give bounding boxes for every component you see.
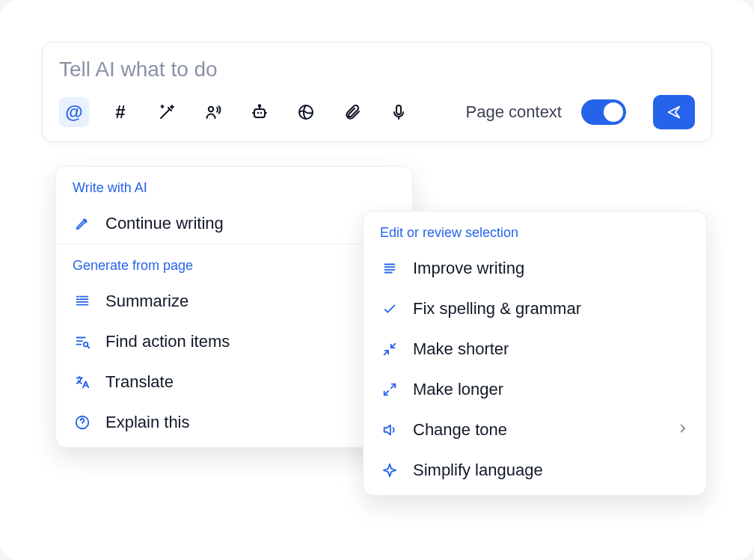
svg-rect-1 [254, 109, 265, 117]
menu-item-continue-writing[interactable]: Continue writing [56, 203, 412, 244]
menu-item-improve-writing[interactable]: Improve writing [364, 248, 706, 289]
mention-icon[interactable]: @ [59, 97, 89, 127]
hash-icon[interactable]: # [105, 97, 135, 127]
pencil-icon [73, 214, 92, 233]
panel-heading-edit: Edit or review selection [364, 212, 706, 248]
svg-point-3 [260, 112, 262, 114]
microphone-icon[interactable] [384, 97, 414, 127]
speaker-icon [380, 420, 399, 440]
menu-item-simplify-language[interactable]: Simplify language [364, 450, 706, 495]
page-context-label: Page context [466, 102, 562, 122]
menu-label: Explain this [105, 413, 396, 432]
summarize-icon [73, 292, 92, 311]
arrows-in-icon [380, 339, 399, 359]
menu-label: Continue writing [105, 214, 396, 233]
menu-label: Change tone [413, 420, 663, 440]
menu-item-find-action-items[interactable]: Find action items [56, 321, 412, 362]
menu-item-make-longer[interactable]: Make longer [364, 369, 706, 410]
edit-selection-panel: Edit or review selection Improve writing… [363, 211, 707, 496]
prompt-toolbar: @ # Page context [59, 95, 695, 129]
magic-wand-icon[interactable] [152, 97, 182, 127]
menu-label: Make longer [413, 380, 690, 399]
menu-item-translate[interactable]: Translate [56, 362, 412, 402]
globe-icon[interactable] [291, 97, 321, 127]
write-actions-panel: Write with AI Continue writing Generate … [55, 166, 413, 448]
sparkle-icon [380, 461, 399, 480]
menu-label: Fix spelling & grammar [413, 299, 690, 319]
svg-point-0 [209, 107, 213, 111]
menu-label: Translate [105, 372, 396, 392]
app-canvas: @ # Page context [0, 0, 754, 560]
translate-icon [73, 372, 92, 392]
send-button[interactable] [653, 95, 695, 129]
menu-label: Summarize [105, 292, 396, 311]
list-search-icon [73, 332, 92, 351]
menu-item-make-shorter[interactable]: Make shorter [364, 329, 706, 369]
svg-point-9 [82, 425, 82, 426]
page-context-toggle[interactable] [581, 99, 626, 125]
menu-item-fix-spelling[interactable]: Fix spelling & grammar [364, 289, 706, 329]
robot-icon[interactable] [245, 97, 275, 127]
menu-item-summarize[interactable]: Summarize [56, 281, 412, 321]
svg-point-4 [259, 105, 261, 107]
menu-item-explain-this[interactable]: Explain this [56, 402, 412, 447]
menu-label: Improve writing [413, 259, 690, 278]
arrows-out-icon [380, 380, 399, 399]
menu-item-change-tone[interactable]: Change tone [364, 410, 706, 450]
prompt-bar: @ # Page context [42, 42, 712, 142]
panel-heading-generate: Generate from page [56, 244, 412, 281]
menu-label: Make shorter [413, 339, 690, 359]
chevron-right-icon [676, 420, 690, 440]
menu-label: Simplify language [413, 461, 690, 480]
person-voice-icon[interactable] [198, 97, 228, 127]
paperclip-icon[interactable] [337, 97, 367, 127]
prompt-input[interactable] [59, 58, 695, 81]
question-circle-icon [73, 413, 92, 432]
svg-point-2 [257, 112, 259, 114]
svg-rect-6 [396, 105, 401, 114]
check-icon [380, 299, 399, 319]
menu-label: Find action items [105, 332, 396, 351]
lines-icon [380, 259, 399, 278]
panel-heading-write: Write with AI [56, 167, 412, 203]
